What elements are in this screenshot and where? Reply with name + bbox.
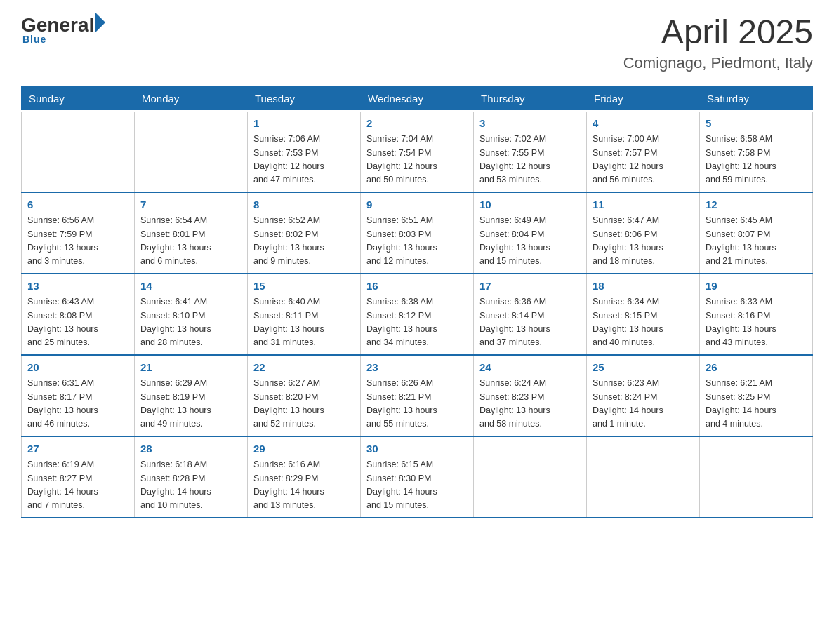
- calendar-cell: 11Sunrise: 6:47 AM Sunset: 8:06 PM Dayli…: [587, 192, 700, 274]
- day-info: Sunrise: 6:41 AM Sunset: 8:10 PM Dayligh…: [140, 295, 241, 350]
- calendar-week-row: 13Sunrise: 6:43 AM Sunset: 8:08 PM Dayli…: [22, 274, 813, 355]
- day-number: 15: [253, 279, 355, 295]
- day-number: 20: [27, 360, 128, 376]
- calendar-cell: 2Sunrise: 7:04 AM Sunset: 7:54 PM Daylig…: [361, 111, 474, 192]
- calendar-cell: 21Sunrise: 6:29 AM Sunset: 8:19 PM Dayli…: [135, 355, 248, 436]
- logo: General Blue: [21, 14, 105, 45]
- calendar-cell: 28Sunrise: 6:18 AM Sunset: 8:28 PM Dayli…: [135, 436, 248, 518]
- day-info: Sunrise: 6:47 AM Sunset: 8:06 PM Dayligh…: [593, 214, 694, 269]
- logo-arrow-icon: [95, 13, 105, 32]
- day-info: Sunrise: 6:31 AM Sunset: 8:17 PM Dayligh…: [27, 377, 128, 431]
- day-info: Sunrise: 6:29 AM Sunset: 8:19 PM Dayligh…: [140, 377, 241, 431]
- day-info: Sunrise: 6:33 AM Sunset: 8:16 PM Dayligh…: [706, 295, 807, 350]
- day-info: Sunrise: 6:40 AM Sunset: 8:11 PM Dayligh…: [253, 295, 355, 350]
- calendar-day-header: Friday: [587, 86, 700, 111]
- day-info: Sunrise: 6:15 AM Sunset: 8:30 PM Dayligh…: [366, 458, 468, 513]
- day-info: Sunrise: 6:43 AM Sunset: 8:08 PM Dayligh…: [27, 295, 128, 350]
- day-number: 13: [27, 279, 128, 295]
- calendar-day-header: Saturday: [700, 86, 813, 111]
- day-info: Sunrise: 6:24 AM Sunset: 8:23 PM Dayligh…: [479, 377, 581, 431]
- day-number: 23: [366, 360, 468, 376]
- day-info: Sunrise: 6:58 AM Sunset: 7:58 PM Dayligh…: [706, 133, 807, 187]
- day-number: 16: [366, 279, 468, 295]
- day-info: Sunrise: 6:36 AM Sunset: 8:14 PM Dayligh…: [479, 295, 581, 350]
- day-number: 25: [593, 360, 694, 376]
- day-number: 8: [253, 197, 355, 213]
- calendar-cell: 14Sunrise: 6:41 AM Sunset: 8:10 PM Dayli…: [135, 274, 248, 355]
- logo-blue-text: Blue: [21, 34, 105, 45]
- calendar-header-row: SundayMondayTuesdayWednesdayThursdayFrid…: [22, 86, 813, 111]
- calendar-cell: 12Sunrise: 6:45 AM Sunset: 8:07 PM Dayli…: [700, 192, 813, 274]
- month-year-title: April 2025: [623, 14, 813, 51]
- calendar-week-row: 1Sunrise: 7:06 AM Sunset: 7:53 PM Daylig…: [22, 111, 813, 192]
- day-number: 5: [706, 116, 807, 132]
- calendar-cell: [135, 111, 248, 192]
- calendar-cell: 29Sunrise: 6:16 AM Sunset: 8:29 PM Dayli…: [248, 436, 361, 518]
- day-info: Sunrise: 6:56 AM Sunset: 7:59 PM Dayligh…: [27, 214, 128, 269]
- day-info: Sunrise: 6:38 AM Sunset: 8:12 PM Dayligh…: [366, 295, 468, 350]
- day-info: Sunrise: 6:16 AM Sunset: 8:29 PM Dayligh…: [253, 458, 355, 513]
- day-number: 4: [593, 116, 694, 132]
- calendar-day-header: Thursday: [474, 86, 587, 111]
- day-number: 11: [593, 197, 694, 213]
- calendar-day-header: Monday: [135, 86, 248, 111]
- calendar-cell: 9Sunrise: 6:51 AM Sunset: 8:03 PM Daylig…: [361, 192, 474, 274]
- calendar-cell: 16Sunrise: 6:38 AM Sunset: 8:12 PM Dayli…: [361, 274, 474, 355]
- calendar-cell: 22Sunrise: 6:27 AM Sunset: 8:20 PM Dayli…: [248, 355, 361, 436]
- location-subtitle: Comignago, Piedmont, Italy: [623, 54, 813, 72]
- calendar-cell: 26Sunrise: 6:21 AM Sunset: 8:25 PM Dayli…: [700, 355, 813, 436]
- day-info: Sunrise: 6:26 AM Sunset: 8:21 PM Dayligh…: [366, 377, 468, 431]
- day-number: 28: [140, 441, 241, 457]
- calendar-cell: 1Sunrise: 7:06 AM Sunset: 7:53 PM Daylig…: [248, 111, 361, 192]
- day-info: Sunrise: 6:51 AM Sunset: 8:03 PM Dayligh…: [366, 214, 468, 269]
- calendar-cell: 10Sunrise: 6:49 AM Sunset: 8:04 PM Dayli…: [474, 192, 587, 274]
- day-number: 27: [27, 441, 128, 457]
- calendar-cell: 27Sunrise: 6:19 AM Sunset: 8:27 PM Dayli…: [22, 436, 135, 518]
- calendar-cell: 15Sunrise: 6:40 AM Sunset: 8:11 PM Dayli…: [248, 274, 361, 355]
- calendar-cell: [587, 436, 700, 518]
- day-info: Sunrise: 6:27 AM Sunset: 8:20 PM Dayligh…: [253, 377, 355, 431]
- day-info: Sunrise: 7:00 AM Sunset: 7:57 PM Dayligh…: [593, 133, 694, 187]
- title-area: April 2025 Comignago, Piedmont, Italy: [623, 14, 813, 72]
- calendar-cell: 23Sunrise: 6:26 AM Sunset: 8:21 PM Dayli…: [361, 355, 474, 436]
- day-number: 3: [479, 116, 581, 132]
- day-info: Sunrise: 7:06 AM Sunset: 7:53 PM Dayligh…: [253, 133, 355, 187]
- day-number: 10: [479, 197, 581, 213]
- day-number: 18: [593, 279, 694, 295]
- day-number: 14: [140, 279, 241, 295]
- day-number: 30: [366, 441, 468, 457]
- calendar-day-header: Sunday: [22, 86, 135, 111]
- day-number: 22: [253, 360, 355, 376]
- calendar-cell: 7Sunrise: 6:54 AM Sunset: 8:01 PM Daylig…: [135, 192, 248, 274]
- calendar-week-row: 6Sunrise: 6:56 AM Sunset: 7:59 PM Daylig…: [22, 192, 813, 274]
- day-info: Sunrise: 6:21 AM Sunset: 8:25 PM Dayligh…: [706, 377, 807, 431]
- day-info: Sunrise: 6:45 AM Sunset: 8:07 PM Dayligh…: [706, 214, 807, 269]
- day-info: Sunrise: 6:19 AM Sunset: 8:27 PM Dayligh…: [27, 458, 128, 513]
- day-number: 24: [479, 360, 581, 376]
- calendar-cell: 8Sunrise: 6:52 AM Sunset: 8:02 PM Daylig…: [248, 192, 361, 274]
- day-number: 2: [366, 116, 468, 132]
- day-number: 6: [27, 197, 128, 213]
- day-info: Sunrise: 6:54 AM Sunset: 8:01 PM Dayligh…: [140, 214, 241, 269]
- day-info: Sunrise: 6:34 AM Sunset: 8:15 PM Dayligh…: [593, 295, 694, 350]
- calendar-week-row: 27Sunrise: 6:19 AM Sunset: 8:27 PM Dayli…: [22, 436, 813, 518]
- day-number: 7: [140, 197, 241, 213]
- calendar-cell: 4Sunrise: 7:00 AM Sunset: 7:57 PM Daylig…: [587, 111, 700, 192]
- calendar-cell: 13Sunrise: 6:43 AM Sunset: 8:08 PM Dayli…: [22, 274, 135, 355]
- day-number: 21: [140, 360, 241, 376]
- calendar-cell: 20Sunrise: 6:31 AM Sunset: 8:17 PM Dayli…: [22, 355, 135, 436]
- calendar-cell: 24Sunrise: 6:24 AM Sunset: 8:23 PM Dayli…: [474, 355, 587, 436]
- calendar-day-header: Wednesday: [361, 86, 474, 111]
- calendar-table: SundayMondayTuesdayWednesdayThursdayFrid…: [21, 86, 813, 518]
- calendar-cell: 19Sunrise: 6:33 AM Sunset: 8:16 PM Dayli…: [700, 274, 813, 355]
- page-header: General Blue April 2025 Comignago, Piedm…: [21, 14, 813, 72]
- day-number: 12: [706, 197, 807, 213]
- calendar-cell: 5Sunrise: 6:58 AM Sunset: 7:58 PM Daylig…: [700, 111, 813, 192]
- day-info: Sunrise: 7:02 AM Sunset: 7:55 PM Dayligh…: [479, 133, 581, 187]
- calendar-day-header: Tuesday: [248, 86, 361, 111]
- calendar-cell: 18Sunrise: 6:34 AM Sunset: 8:15 PM Dayli…: [587, 274, 700, 355]
- day-info: Sunrise: 6:52 AM Sunset: 8:02 PM Dayligh…: [253, 214, 355, 269]
- day-number: 26: [706, 360, 807, 376]
- calendar-cell: 6Sunrise: 6:56 AM Sunset: 7:59 PM Daylig…: [22, 192, 135, 274]
- day-info: Sunrise: 6:18 AM Sunset: 8:28 PM Dayligh…: [140, 458, 241, 513]
